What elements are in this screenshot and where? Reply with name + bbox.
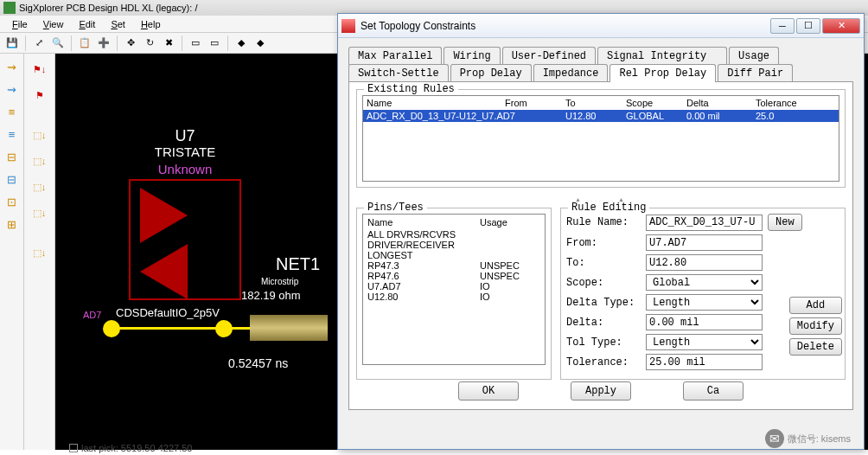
tol-type-select[interactable]: Length [646, 334, 763, 350]
new-button[interactable]: New [768, 214, 802, 231]
rotate-icon[interactable]: ↻ [141, 35, 158, 52]
delete-button[interactable]: Delete [789, 338, 842, 356]
tool1-icon[interactable]: ▭ [187, 35, 204, 52]
tool2-icon[interactable]: ▭ [206, 35, 223, 52]
pins-list[interactable]: NameUsage ALL DRVRS/RCVRS DRIVER/RECEIVE… [362, 214, 546, 365]
tab-usage[interactable]: Usage [729, 47, 779, 65]
delta-type-label: Delta Type: [566, 297, 641, 309]
topology-constraints-dialog: Set Topology Constraints ─ ☐ ✕ Max Paral… [337, 13, 865, 450]
rule-name-input[interactable] [646, 215, 763, 231]
vtool-2[interactable]: ⇝ [3, 80, 22, 99]
menu-view[interactable]: View [36, 17, 71, 31]
pin-node-2[interactable] [215, 320, 233, 337]
vtool-4[interactable]: ≡ [3, 125, 22, 144]
add-icon[interactable]: ➕ [95, 35, 112, 52]
tolerance-label: Tolerance: [566, 356, 641, 368]
modify-button[interactable]: Modify [789, 317, 842, 335]
vtool-1[interactable]: ⇝ [3, 57, 22, 76]
tol-type-label: Tol Type: [566, 336, 641, 349]
comp3-icon[interactable]: ⬚↓ [27, 175, 53, 199]
list-item: U7.AD7IO [367, 281, 540, 292]
delta-label: Delta: [566, 317, 641, 329]
vtool-3[interactable]: ≡ [3, 102, 22, 121]
comp4-icon[interactable]: ⬚↓ [27, 201, 53, 225]
delta-type-select[interactable]: Length [646, 294, 763, 311]
scope-label: Scope: [566, 277, 641, 289]
flag-red-icon[interactable]: ⚑↓ [27, 57, 53, 81]
tab-prop-delay[interactable]: Prop Delay [450, 64, 532, 82]
left-toolbar-1: ⇝ ⇝ ≡ ≡ ⊟ ⊟ ⊡ ⊞ [0, 54, 24, 450]
status-bar: last pick: 5519.50 4227.50 [69, 443, 192, 453]
vtool-8[interactable]: ⊞ [3, 215, 22, 234]
dialog-icon [341, 19, 355, 33]
tab-switch-settle[interactable]: Switch-Settle [348, 64, 449, 82]
dialog-footer: OK Apply Ca [349, 381, 852, 401]
tab-user-defined[interactable]: User-Defined [502, 47, 596, 65]
list-item: ALL DRVRS/RCVRS [367, 229, 540, 240]
vtool-6[interactable]: ⊟ [3, 170, 22, 189]
close-button[interactable]: ✕ [822, 18, 860, 34]
to-label: To: [566, 257, 641, 269]
tolerance-input[interactable] [646, 354, 763, 370]
copy-icon[interactable]: 📋 [76, 35, 93, 52]
existing-rules-legend: Existing Rules [364, 83, 458, 95]
lastpick-label: last pick: 5519.50 4227.50 [81, 443, 192, 453]
vtool-5[interactable]: ⊟ [3, 147, 22, 166]
rules-header: Name From To Scope Delta Tolerance [363, 96, 839, 110]
dialog-titlebar[interactable]: Set Topology Constraints ─ ☐ ✕ [338, 14, 864, 38]
save-icon[interactable]: 💾 [3, 35, 21, 52]
list-item: RP47.6UNSPEC [367, 271, 540, 281]
rules-table[interactable]: Name From To Scope Delta Tolerance ADC_R… [362, 95, 839, 182]
tline-type: Microstrip [261, 277, 298, 286]
rules-row-selected[interactable]: ADC_RX_D0_13_U7-U12_U7.AD7 U12.80 GLOBAL… [363, 110, 839, 122]
list-item: U12.80IO [367, 292, 540, 302]
pin-label: AD7 [83, 310, 101, 320]
menu-set[interactable]: Set [104, 17, 132, 31]
wechat-icon: ✉ [765, 429, 784, 448]
tab-rel-prop-delay[interactable]: Rel Prop Delay [610, 64, 716, 82]
ok-button[interactable]: OK [458, 381, 519, 401]
tab-row-1: Max Parallel Wiring User-Defined Signal … [348, 47, 853, 65]
menu-file[interactable]: File [5, 17, 35, 31]
comp1-icon[interactable]: ⬚↓ [27, 123, 53, 147]
tab-signal-integrity[interactable]: Signal Integrity [597, 47, 727, 65]
zoom-prev-icon[interactable]: 🔍 [49, 35, 67, 52]
minimize-button[interactable]: ─ [770, 18, 795, 34]
tab-wiring[interactable]: Wiring [444, 47, 500, 65]
comp2-icon[interactable]: ⬚↓ [27, 149, 53, 173]
maximize-button[interactable]: ☐ [796, 18, 820, 34]
scope-select[interactable]: Global [646, 274, 763, 291]
left-toolbar-2: ⚑↓ ⚑ ⬚↓ ⬚↓ ⬚↓ ⬚↓ ⬚↓ [24, 54, 55, 450]
list-item: LONGEST [367, 250, 540, 260]
from-input[interactable] [646, 234, 763, 251]
menu-edit[interactable]: Edit [72, 17, 102, 31]
net-label: NET1 [276, 254, 320, 274]
app-icon [3, 2, 16, 14]
pins-tees-group: Pins/Tees NameUsage ALL DRVRS/RCVRS DRIV… [356, 208, 552, 380]
vtool-7[interactable]: ⊡ [3, 192, 22, 211]
tab-panel: Existing Rules Name From To Scope Delta … [348, 81, 853, 410]
tab-impedance[interactable]: Impedance [533, 64, 609, 82]
move-icon[interactable]: ✥ [122, 35, 139, 52]
apply-button[interactable]: Apply [571, 381, 631, 401]
add-button[interactable]: Add [789, 297, 842, 314]
delete-icon[interactable]: ✖ [160, 35, 177, 52]
buffer-out-icon [140, 188, 188, 243]
watermark: ✉ 微信号: kisems [765, 429, 851, 448]
tool4-icon[interactable]: ◆ [252, 35, 269, 52]
from-label: From: [566, 237, 641, 249]
tool3-icon[interactable]: ◆ [233, 35, 250, 52]
existing-rules-group: Existing Rules Name From To Scope Delta … [356, 89, 846, 188]
comp5-icon[interactable]: ⬚↓ [27, 240, 53, 265]
menu-help[interactable]: Help [134, 17, 168, 31]
delta-input[interactable] [646, 314, 763, 330]
to-input[interactable] [646, 254, 763, 271]
tline-symbol[interactable] [250, 315, 328, 341]
tab-max-parallel[interactable]: Max Parallel [348, 47, 442, 65]
status-checkbox[interactable] [69, 444, 78, 452]
cancel-button[interactable]: Ca [683, 381, 744, 401]
zoom-fit-icon[interactable]: ⤢ [30, 35, 48, 52]
tab-diff-pair[interactable]: Diff Pair [718, 64, 793, 82]
pin-node-1[interactable] [103, 320, 120, 337]
flag-red2-icon[interactable]: ⚑ [27, 83, 53, 107]
